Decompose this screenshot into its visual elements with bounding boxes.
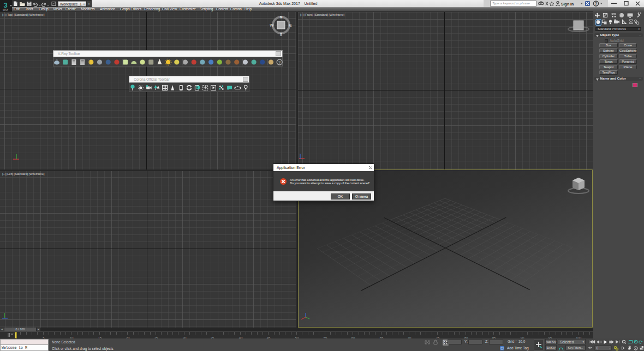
svg-text:0: 0	[597, 346, 599, 350]
svg-text:?: ?	[278, 60, 281, 65]
svg-text:?: ?	[595, 2, 597, 5]
svg-text:MAX: MAX	[3, 9, 8, 11]
svg-text:Sign In: Sign In	[561, 2, 574, 7]
